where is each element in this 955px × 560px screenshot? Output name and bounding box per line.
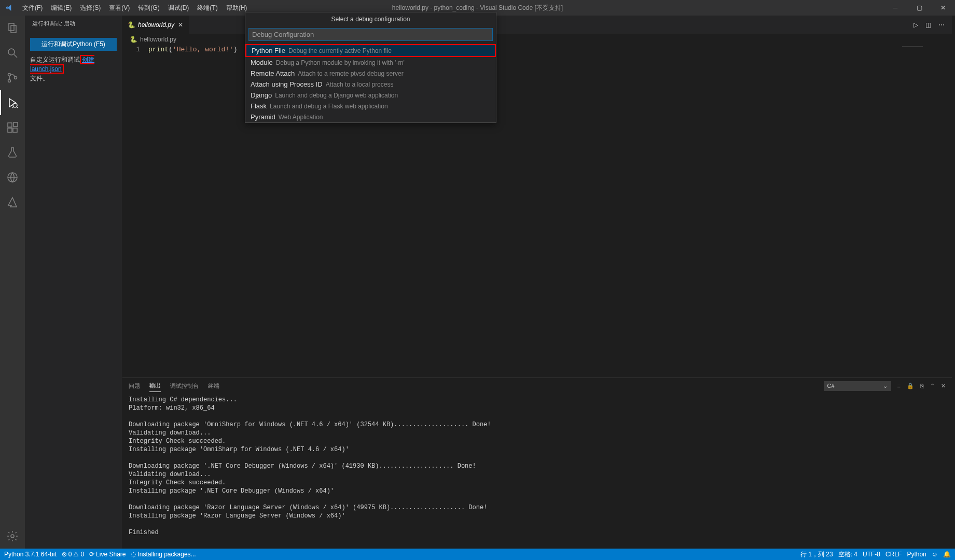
status-bar: Python 3.7.1 64-bit ⊗0 ⚠0 ⟳Live Share ◌I…	[0, 549, 955, 560]
status-encoding[interactable]: UTF-8	[863, 551, 880, 558]
svg-rect-14	[13, 122, 18, 127]
panel-collapse-icon[interactable]: ⌃	[930, 383, 935, 389]
svg-point-5	[8, 80, 11, 82]
svg-rect-11	[8, 123, 12, 127]
quickpick-item-django[interactable]: Django Launch and debug a Django web app…	[245, 90, 496, 101]
quickpick-list: Python File Debug the currently active P…	[245, 44, 496, 122]
status-indent[interactable]: 空格: 4	[838, 550, 857, 559]
panel-tab-problems[interactable]: 问题	[129, 380, 140, 392]
svg-point-6	[15, 77, 17, 79]
status-eol[interactable]: CRLF	[885, 551, 902, 558]
settings-icon[interactable]	[0, 524, 25, 549]
run-debug-python-button[interactable]: 运行和调试Python (F5)	[30, 38, 117, 51]
search-icon[interactable]	[0, 40, 25, 65]
right-side-margin	[952, 16, 955, 549]
status-python-version[interactable]: Python 3.7.1 64-bit	[4, 551, 57, 558]
tab-helloworld[interactable]: 🐍 helloworld.py ✕	[122, 16, 190, 34]
sidebar-run-debug: 运行和调试: 启动 运行和调试Python (F5) 自定义运行和调试创建lau…	[25, 16, 122, 549]
svg-point-2	[8, 49, 15, 55]
status-installing[interactable]: ◌Installing packages...	[131, 551, 196, 558]
quickpick-item-pyramid[interactable]: Pyramid Web Application	[245, 111, 496, 122]
quickpick-item-module[interactable]: Module Debug a Python module by invoking…	[245, 57, 496, 68]
vscode-logo-icon	[0, 4, 18, 12]
menu-terminal[interactable]: 终端(T)	[193, 0, 222, 16]
quickpick-debug-config: Select a debug configuration Debug Confi…	[245, 12, 496, 123]
svg-line-10	[17, 107, 18, 108]
svg-rect-1	[11, 25, 16, 33]
azure-icon[interactable]	[0, 190, 25, 215]
more-actions-icon[interactable]: ⋯	[938, 21, 945, 29]
menu-edit[interactable]: 编辑(E)	[47, 0, 76, 16]
menu-file[interactable]: 文件(F)	[18, 0, 47, 16]
bottom-panel: 问题 输出 调试控制台 终端 C#⌄ ≡ 🔒 ⎘ ⌃ ✕ Installing …	[122, 377, 952, 549]
close-button[interactable]: ✕	[931, 0, 955, 16]
panel-close-icon[interactable]: ✕	[941, 383, 946, 389]
run-icon[interactable]: ▷	[914, 21, 918, 29]
svg-line-9	[12, 107, 13, 108]
sidebar-header: 运行和调试: 启动	[25, 16, 122, 32]
minimize-button[interactable]: ─	[883, 0, 907, 16]
python-file-icon: 🐍	[128, 21, 135, 29]
quickpick-item-python-file[interactable]: Python File Debug the currently active P…	[245, 44, 496, 57]
quickpick-item-remote-attach[interactable]: Remote Attach Attach to a remote ptvsd d…	[245, 68, 496, 79]
status-problems[interactable]: ⊗0 ⚠0	[62, 551, 84, 558]
panel-tab-terminal[interactable]: 终端	[208, 380, 219, 392]
svg-line-3	[14, 54, 17, 58]
output-channel-select[interactable]: C#⌄	[824, 381, 891, 391]
split-editor-icon[interactable]: ◫	[925, 21, 931, 29]
quickpick-title: Select a debug configuration	[245, 12, 496, 26]
quickpick-item-attach-pid[interactable]: Attach using Process ID Attach to a loca…	[245, 79, 496, 90]
svg-point-4	[8, 74, 11, 76]
output-content[interactable]: Installing C# dependencies... Platform: …	[122, 394, 952, 549]
tab-close-icon[interactable]: ✕	[177, 20, 184, 30]
extensions-icon[interactable]	[0, 115, 25, 140]
output-lock-icon[interactable]: 🔒	[907, 383, 914, 389]
clear-output-icon[interactable]: ⎘	[920, 383, 924, 389]
output-filter-icon[interactable]: ≡	[897, 383, 901, 389]
menu-go[interactable]: 转到(G)	[134, 0, 163, 16]
status-notifications-icon[interactable]: 🔔	[943, 551, 951, 558]
panel-tab-debug-console[interactable]: 调试控制台	[170, 380, 199, 392]
status-language[interactable]: Python	[907, 551, 926, 558]
menu-debug[interactable]: 调试(D)	[164, 0, 193, 16]
menu-view[interactable]: 查看(V)	[105, 0, 134, 16]
svg-rect-12	[8, 128, 12, 132]
minimap[interactable]	[900, 45, 952, 377]
run-debug-icon[interactable]	[0, 90, 25, 115]
menu-selection[interactable]: 选择(S)	[76, 0, 105, 16]
python-file-icon: 🐍	[130, 36, 137, 43]
remote-icon[interactable]	[0, 165, 25, 190]
breadcrumb-file: helloworld.py	[140, 36, 176, 43]
source-control-icon[interactable]	[0, 65, 25, 90]
svg-rect-0	[9, 23, 14, 31]
test-icon[interactable]	[0, 140, 25, 165]
debug-help-text: 自定义运行和调试创建launch.json 文件。	[30, 55, 117, 83]
maximize-button[interactable]: ▢	[907, 0, 931, 16]
window-title: helloworld.py - python_coding - Visual S…	[392, 4, 563, 12]
tab-label: helloworld.py	[138, 21, 174, 29]
status-liveshare[interactable]: ⟳Live Share	[89, 551, 126, 558]
svg-point-7	[13, 103, 17, 107]
svg-rect-13	[13, 128, 17, 132]
quickpick-item-flask[interactable]: Flask Launch and debug a Flask web appli…	[245, 101, 496, 111]
status-feedback-icon[interactable]: ☺	[932, 551, 938, 558]
activity-bar	[0, 16, 25, 549]
line-number: 1	[122, 45, 148, 377]
svg-point-16	[11, 535, 14, 538]
quickpick-input[interactable]: Debug Configuration	[248, 28, 493, 41]
panel-tab-output[interactable]: 输出	[149, 380, 161, 392]
menu-bar: 文件(F) 编辑(E) 选择(S) 查看(V) 转到(G) 调试(D) 终端(T…	[18, 0, 251, 16]
status-line-col[interactable]: 行 1，列 23	[800, 550, 833, 559]
explorer-icon[interactable]	[0, 16, 25, 40]
